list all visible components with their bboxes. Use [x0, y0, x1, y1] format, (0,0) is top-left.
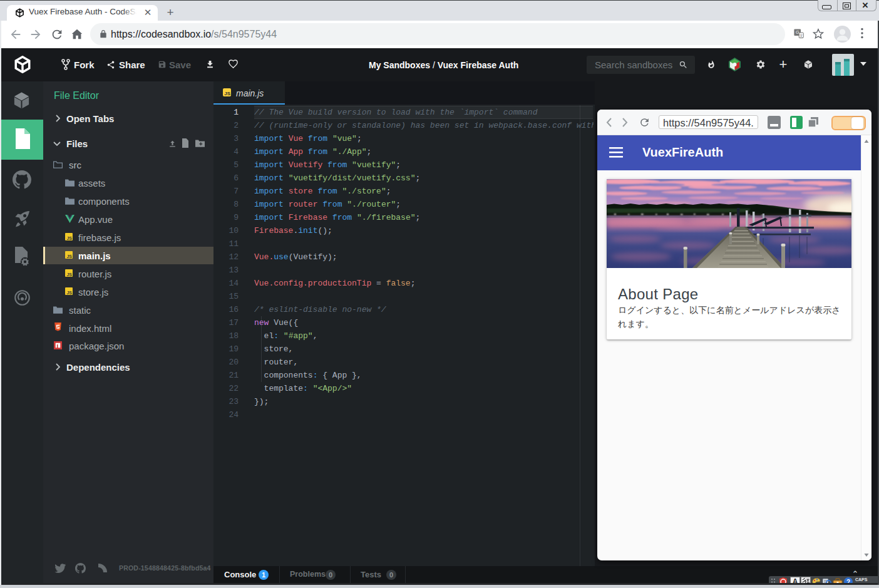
svg-text:文: 文 — [799, 33, 803, 38]
svg-text:G: G — [796, 30, 799, 35]
